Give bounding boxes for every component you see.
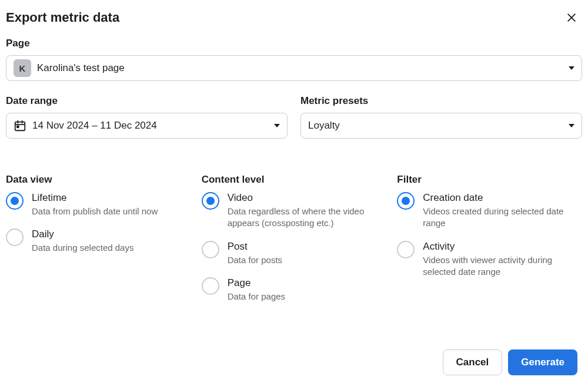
data-view-label: Data view <box>6 174 191 186</box>
page-select-value: Karolina's test page <box>37 62 564 74</box>
radio-activity[interactable]: Activity Videos with viewer activity dur… <box>397 240 582 278</box>
radio-page[interactable]: Page Data for pages <box>202 277 387 302</box>
date-range-select[interactable]: 14 Nov 2024 – 11 Dec 2024 <box>6 113 288 139</box>
radio-desc: Data from publish date until now <box>32 206 158 217</box>
radio-label: Lifetime <box>32 191 158 204</box>
data-view-group: Data view Lifetime Data from publish dat… <box>6 174 191 313</box>
radio-creation-date[interactable]: Creation date Videos created during sele… <box>397 191 582 230</box>
radio-video[interactable]: Video Data regardless of where the video… <box>202 191 387 230</box>
radio-daily[interactable]: Daily Data during selected days <box>6 228 191 254</box>
content-level-group: Content level Video Data regardless of w… <box>202 174 387 313</box>
filter-group: Filter Creation date Videos created duri… <box>397 174 582 313</box>
radio-desc: Videos created during selected date rang… <box>423 206 582 230</box>
metric-presets-field: Metric presets Loyalty <box>300 95 582 139</box>
date-range-field: Date range 14 Nov 2024 – 11 Dec 2024 <box>6 95 288 139</box>
chevron-down-icon <box>274 124 280 127</box>
radio-indicator <box>202 277 219 295</box>
radio-indicator <box>6 192 24 210</box>
radio-desc: Videos with viewer activity during selec… <box>423 254 582 278</box>
content-level-label: Content level <box>202 174 387 186</box>
close-icon[interactable] <box>563 9 580 26</box>
radio-indicator <box>202 192 219 210</box>
radio-indicator <box>397 241 415 258</box>
radio-indicator <box>6 228 24 246</box>
cancel-button[interactable]: Cancel <box>443 349 503 375</box>
page-label: Page <box>6 38 582 49</box>
filter-label: Filter <box>397 174 582 186</box>
radio-lifetime[interactable]: Lifetime Data from publish date until no… <box>6 191 191 217</box>
radio-label: Daily <box>32 228 133 241</box>
radio-label: Post <box>228 240 282 253</box>
radio-desc: Data for pages <box>228 291 285 302</box>
dialog-title: Export metric data <box>6 10 119 25</box>
dialog-footer: Cancel Generate <box>443 349 577 375</box>
metric-presets-select[interactable]: Loyalty <box>300 113 582 139</box>
dialog-header: Export metric data <box>6 6 582 38</box>
svg-rect-6 <box>17 126 19 127</box>
date-range-value: 14 Nov 2024 – 11 Dec 2024 <box>32 120 269 132</box>
radio-label: Activity <box>423 240 582 253</box>
chevron-down-icon <box>569 66 574 70</box>
export-metric-data-dialog: Export metric data Page K Karolina's tes… <box>0 0 588 380</box>
calendar-icon <box>14 119 26 132</box>
radio-desc: Data for posts <box>228 254 282 266</box>
generate-button[interactable]: Generate <box>508 349 577 375</box>
page-select[interactable]: K Karolina's test page <box>6 55 582 81</box>
radio-desc: Data regardless of where the video appea… <box>228 206 387 230</box>
radio-label: Page <box>228 277 285 290</box>
radio-desc: Data during selected days <box>32 242 133 254</box>
options-row: Data view Lifetime Data from publish dat… <box>6 174 582 313</box>
page-field: Page K Karolina's test page <box>6 38 582 81</box>
radio-post[interactable]: Post Data for posts <box>202 240 387 266</box>
metric-presets-label: Metric presets <box>300 95 582 107</box>
metric-presets-value: Loyalty <box>308 120 564 132</box>
radio-label: Video <box>228 191 387 204</box>
radio-indicator <box>202 241 219 258</box>
avatar: K <box>14 59 31 77</box>
chevron-down-icon <box>569 124 574 127</box>
radio-indicator <box>397 192 415 210</box>
date-range-label: Date range <box>6 95 288 107</box>
date-preset-row: Date range 14 Nov 2024 – 11 Dec 2024 Met… <box>6 95 582 153</box>
radio-label: Creation date <box>423 191 582 204</box>
